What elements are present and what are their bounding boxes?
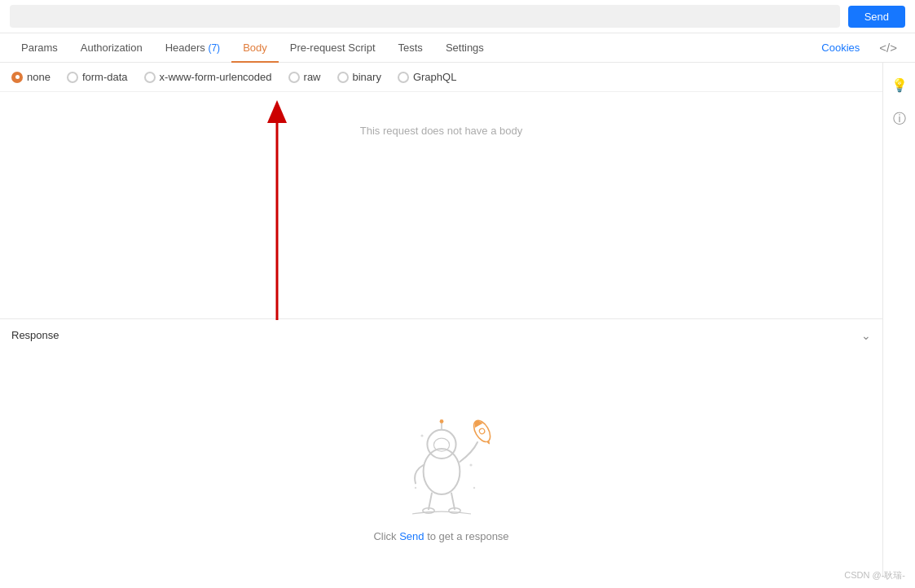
response-empty-message: Click Send to get a response — [373, 530, 508, 542]
radio-raw[interactable]: raw — [288, 71, 321, 83]
tab-authorization[interactable]: Authorization — [69, 33, 154, 62]
svg-point-7 — [470, 418, 493, 445]
svg-marker-1 — [267, 100, 287, 123]
radio-none[interactable]: none — [11, 71, 51, 83]
svg-point-3 — [427, 430, 455, 459]
radio-urlencoded[interactable]: x-www-form-urlencoded — [144, 71, 272, 83]
response-chevron-icon[interactable]: ⌄ — [861, 329, 871, 342]
radio-dot-raw — [288, 72, 300, 83]
send-button[interactable]: Send — [848, 6, 905, 28]
tabs-row: Params Authorization Headers (7) Body Pr… — [0, 33, 915, 63]
radio-binary[interactable]: binary — [337, 71, 381, 83]
headers-label: Headers — [165, 42, 205, 54]
radio-graphql[interactable]: GraphQL — [398, 71, 456, 83]
svg-point-8 — [478, 428, 486, 435]
main-layout: none form-data x-www-form-urlencoded raw… — [0, 63, 915, 577]
code-toggle-button[interactable]: </> — [871, 34, 905, 61]
body-empty-message: This request does not have a body — [360, 125, 522, 137]
top-bar: Send — [0, 0, 915, 33]
response-content-area: Click Send to get a response — [0, 352, 882, 578]
body-type-row: none form-data x-www-form-urlencoded raw… — [0, 63, 882, 92]
radio-label-none: none — [27, 71, 51, 83]
tab-headers[interactable]: Headers (7) — [154, 33, 231, 62]
tab-params[interactable]: Params — [10, 33, 69, 62]
send-link: Send — [399, 530, 424, 542]
astronaut-illustration — [376, 387, 507, 517]
radio-dot-urlencoded — [144, 72, 156, 83]
svg-point-2 — [423, 449, 460, 494]
right-sidebar: 💡 ⓘ — [882, 63, 915, 577]
svg-point-11 — [414, 487, 416, 489]
radio-form-data[interactable]: form-data — [67, 71, 128, 83]
radio-label-urlencoded: x-www-form-urlencoded — [160, 71, 272, 83]
body-content-area: This request does not have a body — [0, 92, 882, 318]
tab-cookies[interactable]: Cookies — [810, 33, 871, 62]
svg-point-9 — [420, 434, 423, 437]
radio-dot-binary — [337, 72, 349, 83]
tab-body[interactable]: Body — [231, 33, 279, 62]
info-icon[interactable]: ⓘ — [891, 110, 908, 128]
radio-dot-graphql — [398, 72, 409, 83]
tab-prerequest[interactable]: Pre-request Script — [279, 33, 387, 62]
radio-dot-form-data — [67, 72, 78, 83]
svg-point-14 — [439, 419, 443, 423]
svg-point-12 — [473, 487, 474, 489]
tab-tests[interactable]: Tests — [387, 33, 434, 62]
radio-label-raw: raw — [304, 71, 321, 83]
lightbulb-icon[interactable]: 💡 — [891, 76, 908, 94]
url-bar[interactable] — [10, 5, 840, 28]
watermark: CSDN @-耿瑞- — [844, 569, 905, 581]
radio-dot-none — [11, 72, 23, 83]
radio-label-graphql: GraphQL — [413, 71, 456, 83]
svg-point-10 — [469, 463, 472, 466]
radio-label-form-data: form-data — [82, 71, 128, 83]
response-bar: Response ⌄ — [0, 318, 882, 352]
tab-settings[interactable]: Settings — [434, 33, 495, 62]
headers-badge: (7) — [208, 42, 220, 54]
radio-label-binary: binary — [353, 71, 381, 83]
content-area: none form-data x-www-form-urlencoded raw… — [0, 63, 882, 577]
response-title: Response — [11, 329, 59, 341]
